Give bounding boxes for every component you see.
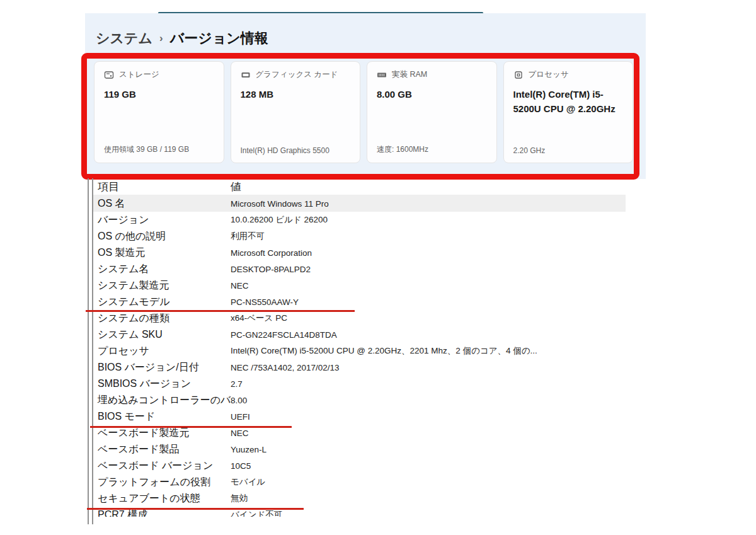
table-row[interactable]: システムモデルPC-NS550AAW-Y <box>93 294 626 310</box>
spec-card[interactable]: ストレージ119 GB使用領域 39 GB / 119 GB <box>94 61 224 163</box>
row-item-value: Microsoft Corporation <box>231 248 626 258</box>
spec-cards: ストレージ119 GB使用領域 39 GB / 119 GBグラフィックス カー… <box>94 61 633 163</box>
table-row[interactable]: システムの種類x64-ベース PC <box>93 310 626 326</box>
row-item-value: x64-ベース PC <box>231 313 626 324</box>
row-item-label: システム名 <box>93 263 231 276</box>
card-value: Intel(R) Core(TM) i5-5200U CPU @ 2.20GHz <box>513 88 624 116</box>
row-item-value: UEFI <box>231 412 626 422</box>
row-item-label: システム製造元 <box>93 279 231 292</box>
row-item-label: SMBIOS バージョン <box>93 377 231 391</box>
table-row[interactable]: OS 製造元Microsoft Corporation <box>93 244 626 261</box>
table-row[interactable]: SMBIOS バージョン2.7 <box>93 376 626 392</box>
row-item-value: Intel(R) Core(TM) i5-5200U CPU @ 2.20GHz… <box>231 345 626 357</box>
table-row[interactable]: システム製造元NEC <box>93 277 626 294</box>
card-header: プロセッサ <box>513 69 624 80</box>
table-row[interactable]: システム SKUPC-GN224FSCLA14D8TDA <box>93 326 626 343</box>
card-subtext: 速度: 1600MHz <box>377 144 428 155</box>
table-row[interactable]: バージョン10.0.26200 ビルド 26200 <box>93 212 626 228</box>
table-row[interactable]: PCR7 構成バインド不可 <box>93 507 626 517</box>
table-body: OS 名Microsoft Windows 11 Proバージョン10.0.26… <box>93 195 626 517</box>
system-info-table: 項目 値 OS 名Microsoft Windows 11 Proバージョン10… <box>93 178 626 517</box>
cpu-icon <box>513 70 524 80</box>
row-item-label: OS の他の説明 <box>93 230 231 243</box>
card-header: 実装 RAM <box>377 69 487 80</box>
card-subtext: 2.20 GHz <box>513 146 546 155</box>
row-item-label: PCR7 構成 <box>93 507 231 517</box>
row-item-label: システム SKU <box>93 328 231 342</box>
spec-card[interactable]: 実装 RAM8.00 GB速度: 1600MHz <box>367 61 497 163</box>
table-row[interactable]: ベースボード製造元NEC <box>93 425 626 441</box>
row-item-label: BIOS バージョン/日付 <box>93 361 231 374</box>
row-item-label: プロセッサ <box>93 345 231 358</box>
row-item-value: 2.7 <box>231 379 626 389</box>
row-item-value: PC-NS550AAW-Y <box>231 297 626 307</box>
row-item-value: NEC <box>231 429 626 438</box>
row-item-label: プラットフォームの役割 <box>93 476 231 489</box>
row-item-label: BIOS モード <box>93 410 231 423</box>
table-row[interactable]: BIOS モードUEFI <box>93 408 626 425</box>
table-row[interactable]: ベースボード製品Yuuzen-L <box>93 441 626 457</box>
row-item-value: NEC <box>231 281 626 291</box>
table-row[interactable]: ベースボード バージョン10C5 <box>93 457 626 474</box>
breadcrumb-system[interactable]: システム <box>96 29 152 48</box>
table-row[interactable]: システム名DESKTOP-8PALPD2 <box>93 261 626 277</box>
graphics-card-icon <box>241 70 251 80</box>
row-item-label: ベースボード バージョン <box>93 459 231 473</box>
card-subtext: 使用領域 39 GB / 119 GB <box>104 144 189 155</box>
row-item-value: モバイル <box>231 476 626 488</box>
table-row[interactable]: プラットフォームの役割モバイル <box>93 474 626 490</box>
card-label: ストレージ <box>119 69 159 80</box>
row-item-value: Yuuzen-L <box>231 445 626 454</box>
row-item-label: セキュアブートの状態 <box>93 492 231 505</box>
row-item-value: 10.0.26200 ビルド 26200 <box>231 214 626 226</box>
row-item-label: システムの種類 <box>93 312 231 325</box>
table-row[interactable]: プロセッサIntel(R) Core(TM) i5-5200U CPU @ 2.… <box>93 343 626 359</box>
card-header: ストレージ <box>104 69 214 80</box>
card-subtext: Intel(R) HD Graphics 5500 <box>241 146 329 155</box>
table-row[interactable]: OS の他の説明利用不可 <box>93 228 626 244</box>
card-value: 119 GB <box>104 88 214 102</box>
row-item-value: PC-GN224FSCLA14D8TDA <box>231 330 626 340</box>
spec-card[interactable]: グラフィックス カード128 MBIntel(R) HD Graphics 55… <box>231 61 361 163</box>
screenshot-root: システム › バージョン情報 ストレージ119 GB使用領域 39 GB / 1… <box>0 0 756 535</box>
row-item-value: 無効 <box>231 493 626 504</box>
table-row[interactable]: 埋め込みコントローラーのバー...8.00 <box>93 392 626 408</box>
row-item-label: 埋め込みコントローラーのバー... <box>93 394 231 407</box>
row-item-label: システムモデル <box>93 296 231 309</box>
row-item-label: バージョン <box>93 214 231 227</box>
column-header-item[interactable]: 項目 <box>93 180 231 194</box>
breadcrumb: システム › バージョン情報 <box>96 29 268 48</box>
table-row[interactable]: BIOS バージョン/日付NEC /753A1402, 2017/02/13 <box>93 359 626 376</box>
card-header: グラフィックス カード <box>241 69 351 80</box>
settings-about-panel: システム › バージョン情報 ストレージ119 GB使用領域 39 GB / 1… <box>85 13 646 179</box>
row-item-value: 利用不可 <box>231 231 626 242</box>
card-value: 128 MB <box>241 88 351 102</box>
row-item-value: NEC /753A1402, 2017/02/13 <box>231 363 626 372</box>
card-value: 8.00 GB <box>377 88 487 102</box>
row-item-label: ベースボード製造元 <box>93 427 231 440</box>
table-row[interactable]: セキュアブートの状態無効 <box>93 490 626 507</box>
row-item-label: ベースボード製品 <box>93 443 231 456</box>
row-item-label: OS 名 <box>93 197 231 210</box>
card-label: グラフィックス カード <box>256 69 338 80</box>
column-header-value[interactable]: 値 <box>231 180 626 194</box>
row-item-value: Microsoft Windows 11 Pro <box>231 199 626 209</box>
ram-icon <box>377 70 387 80</box>
chevron-right-icon: › <box>152 32 170 45</box>
page-title: バージョン情報 <box>170 29 268 48</box>
row-item-value: バインド不可 <box>231 507 626 517</box>
spec-card[interactable]: プロセッサIntel(R) Core(TM) i5-5200U CPU @ 2.… <box>503 61 634 163</box>
table-row[interactable]: OS 名Microsoft Windows 11 Pro <box>93 195 626 212</box>
row-item-value: 8.00 <box>231 396 626 405</box>
storage-icon <box>104 70 114 80</box>
card-label: プロセッサ <box>529 69 569 80</box>
table-left-border-outer <box>88 178 89 524</box>
card-label: 実装 RAM <box>392 69 427 80</box>
row-item-label: OS 製造元 <box>93 246 231 260</box>
row-item-value: DESKTOP-8PALPD2 <box>231 265 626 274</box>
row-item-value: 10C5 <box>231 461 626 471</box>
table-header-row: 項目 値 <box>93 178 626 195</box>
